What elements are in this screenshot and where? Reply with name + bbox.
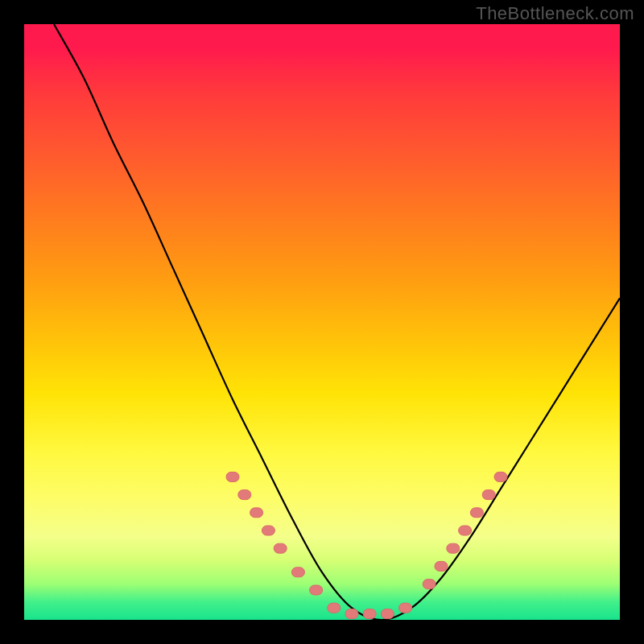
curve-marker bbox=[291, 568, 304, 577]
curve-marker bbox=[345, 609, 358, 619]
curve-marker bbox=[435, 561, 448, 571]
curve-marker bbox=[470, 508, 483, 518]
curve-path bbox=[54, 24, 620, 620]
curve-marker bbox=[423, 580, 436, 589]
curve-marker bbox=[447, 543, 460, 553]
curve-svg bbox=[24, 24, 620, 620]
bottleneck-curve bbox=[54, 24, 620, 620]
curve-marker bbox=[459, 526, 472, 535]
curve-marker bbox=[250, 508, 263, 518]
curve-marker bbox=[328, 603, 341, 613]
plot-area bbox=[24, 24, 620, 620]
curve-marker bbox=[274, 543, 287, 553]
curve-marker bbox=[482, 490, 495, 500]
curve-marker bbox=[262, 526, 275, 535]
curve-marker bbox=[310, 585, 323, 595]
watermark-text: TheBottleneck.com bbox=[476, 3, 634, 24]
curve-marker bbox=[363, 609, 376, 619]
curve-marker bbox=[238, 490, 251, 500]
curve-marker bbox=[381, 609, 394, 619]
chart-frame: TheBottleneck.com bbox=[0, 0, 644, 644]
curve-marker bbox=[226, 472, 239, 481]
curve-marker bbox=[399, 603, 412, 613]
curve-marker bbox=[494, 472, 507, 481]
